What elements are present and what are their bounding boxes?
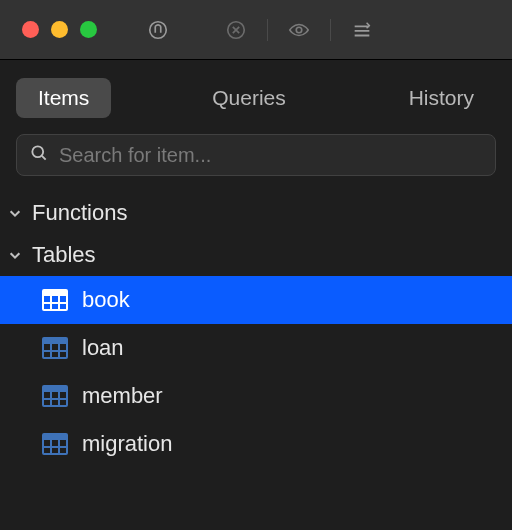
cancel-icon[interactable] <box>219 13 253 47</box>
settings-lines-icon[interactable] <box>345 13 379 47</box>
svg-point-3 <box>32 146 43 157</box>
group-label: Tables <box>32 242 96 268</box>
svg-rect-15 <box>43 386 67 392</box>
group-functions[interactable]: Functions <box>0 192 512 234</box>
chevron-down-icon <box>6 248 24 262</box>
svg-rect-20 <box>43 434 67 440</box>
connection-icon[interactable] <box>141 13 175 47</box>
table-item-label: migration <box>82 431 172 457</box>
table-item[interactable]: member <box>0 372 512 420</box>
tables-list: book loan member <box>0 276 512 468</box>
table-icon <box>42 337 68 359</box>
table-item-label: loan <box>82 335 124 361</box>
table-icon <box>42 433 68 455</box>
table-item[interactable]: book <box>0 276 512 324</box>
toolbar-divider <box>330 19 331 41</box>
table-icon <box>42 289 68 311</box>
group-tables[interactable]: Tables <box>0 234 512 276</box>
window-controls <box>22 21 97 38</box>
tab-items[interactable]: Items <box>16 78 111 118</box>
table-item-label: member <box>82 383 163 409</box>
titlebar <box>0 0 512 60</box>
sidebar-tabs: Items Queries History <box>0 60 512 130</box>
search-icon <box>29 143 49 167</box>
items-tree: Functions Tables book <box>0 188 512 468</box>
table-item[interactable]: migration <box>0 420 512 468</box>
table-icon <box>42 385 68 407</box>
visibility-icon[interactable] <box>282 13 316 47</box>
search-input[interactable] <box>59 144 483 167</box>
maximize-window-button[interactable] <box>80 21 97 38</box>
tab-history[interactable]: History <box>387 78 496 118</box>
table-item-label: book <box>82 287 130 313</box>
toolbar-divider <box>267 19 268 41</box>
svg-rect-5 <box>43 290 67 296</box>
tab-queries[interactable]: Queries <box>190 78 308 118</box>
group-label: Functions <box>32 200 127 226</box>
search-field[interactable] <box>16 134 496 176</box>
close-window-button[interactable] <box>22 21 39 38</box>
table-item[interactable]: loan <box>0 324 512 372</box>
minimize-window-button[interactable] <box>51 21 68 38</box>
svg-rect-10 <box>43 338 67 344</box>
chevron-down-icon <box>6 206 24 220</box>
svg-point-2 <box>296 27 302 33</box>
